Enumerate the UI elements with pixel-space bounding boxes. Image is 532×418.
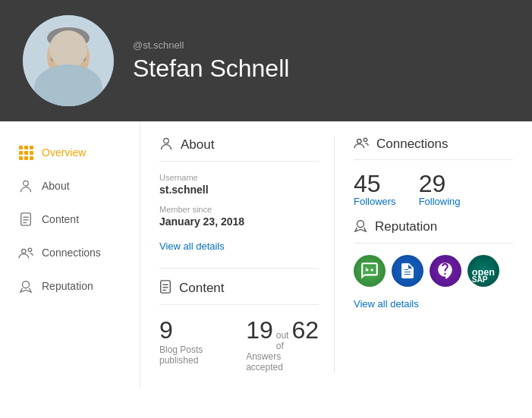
username-value: st.schnell: [159, 184, 319, 196]
svg-point-25: [357, 221, 364, 228]
content-doc-icon: [159, 280, 172, 297]
answers-out-of: out of: [276, 330, 289, 351]
main-content: Overview About Content: [0, 121, 532, 388]
reputation-title: Reputation: [375, 219, 437, 234]
username-label: Username: [159, 173, 319, 182]
svg-rect-11: [21, 213, 31, 225]
about-title: About: [181, 137, 214, 152]
sidebar-item-about[interactable]: About: [11, 170, 128, 202]
svg-point-15: [22, 249, 26, 253]
answers-stat: 19 out of 62 Answers accepted: [246, 316, 319, 372]
sidebar-item-content[interactable]: Content: [11, 203, 128, 235]
about-person-icon: [159, 137, 173, 153]
badge-2: [392, 255, 423, 287]
connections-section-icon: [354, 137, 369, 152]
avatar: [23, 15, 114, 106]
badge-4: open SAP: [467, 255, 499, 287]
profile-header: @st.schnell Stefan Schnell: [0, 0, 532, 121]
svg-point-16: [28, 248, 32, 252]
following-count: 29: [419, 171, 461, 196]
svg-point-18: [164, 138, 169, 143]
about-section: About Username st.schnell Member since J…: [159, 137, 335, 372]
svg-point-23: [357, 139, 361, 143]
user-full-name: Stefan Schnell: [133, 55, 289, 83]
sidebar-item-overview[interactable]: Overview: [11, 137, 128, 168]
sidebar-content-label: Content: [42, 213, 79, 225]
following-label[interactable]: Following: [419, 196, 461, 207]
sidebar-item-connections[interactable]: Connections: [11, 237, 128, 269]
followers-count: 45: [354, 171, 396, 196]
header-info: @st.schnell Stefan Schnell: [133, 39, 289, 83]
avatar-image: [23, 15, 114, 106]
sidebar-connections-label: Connections: [42, 247, 101, 259]
answers-count: 19: [246, 316, 273, 344]
svg-point-9: [65, 61, 71, 68]
sidebar: Overview About Content: [0, 121, 140, 388]
content-stats: 9 Blog Posts published 19 out of 62 Answ…: [159, 316, 319, 372]
sidebar-overview-label: Overview: [42, 146, 86, 159]
document-icon: [17, 211, 34, 228]
svg-rect-19: [161, 281, 171, 293]
content-title: Content: [179, 281, 225, 296]
svg-rect-3: [61, 70, 76, 81]
grid-icon: [17, 144, 34, 161]
about-view-all-link[interactable]: View all details: [159, 240, 225, 252]
about-header: About: [159, 137, 319, 162]
answers-total: 62: [291, 316, 319, 344]
overview-content: About Username st.schnell Member since J…: [140, 121, 532, 388]
member-since-label: Member since: [159, 205, 319, 214]
person-icon: [17, 178, 34, 194]
blog-posts-count: 9: [159, 316, 216, 344]
svg-point-2: [39, 72, 97, 106]
svg-point-1: [38, 74, 99, 106]
answers-stat-row: 19 out of 62: [246, 316, 319, 351]
followers-block: 45 Followers: [354, 171, 396, 207]
connections-title: Connections: [376, 137, 449, 152]
svg-point-17: [23, 281, 30, 288]
svg-text:SAP: SAP: [472, 275, 488, 284]
blog-posts-stat: 9 Blog Posts published: [159, 316, 216, 372]
sidebar-reputation-label: Reputation: [42, 280, 93, 292]
user-handle: @st.schnell: [133, 39, 289, 51]
reputation-header: Reputation: [354, 218, 513, 244]
svg-point-27: [371, 269, 373, 271]
connections-header: Connections: [354, 137, 513, 160]
reputation-icon: [17, 278, 34, 294]
sidebar-about-label: About: [42, 180, 70, 192]
followers-label[interactable]: Followers: [354, 196, 396, 207]
reputation-section-icon: [354, 218, 367, 235]
badges-row: open SAP: [354, 255, 513, 287]
badge-3: [430, 255, 461, 287]
svg-rect-7: [52, 52, 65, 61]
svg-point-24: [364, 138, 367, 142]
content-section: Content 9 Blog Posts published 19 out of…: [159, 268, 319, 372]
two-column-layout: About Username st.schnell Member since J…: [159, 137, 513, 372]
sidebar-item-reputation[interactable]: Reputation: [11, 270, 128, 302]
right-column: Connections 45 Followers 29 Following: [335, 137, 513, 372]
connections-stats: 45 Followers 29 Following: [354, 171, 513, 207]
following-block: 29 Following: [419, 171, 461, 207]
svg-rect-6: [52, 55, 85, 57]
svg-rect-8: [71, 52, 85, 61]
content-header: Content: [159, 280, 319, 305]
connections-icon: [17, 244, 34, 261]
svg-point-5: [47, 27, 90, 49]
badge-1: [354, 255, 386, 287]
member-since-value: January 23, 2018: [159, 215, 319, 228]
blog-posts-label: Blog Posts published: [159, 344, 216, 366]
svg-point-4: [47, 33, 90, 81]
answers-label: Answers accepted: [246, 351, 319, 372]
reputation-view-all-link[interactable]: View all details: [354, 298, 419, 310]
svg-point-10: [24, 181, 29, 186]
